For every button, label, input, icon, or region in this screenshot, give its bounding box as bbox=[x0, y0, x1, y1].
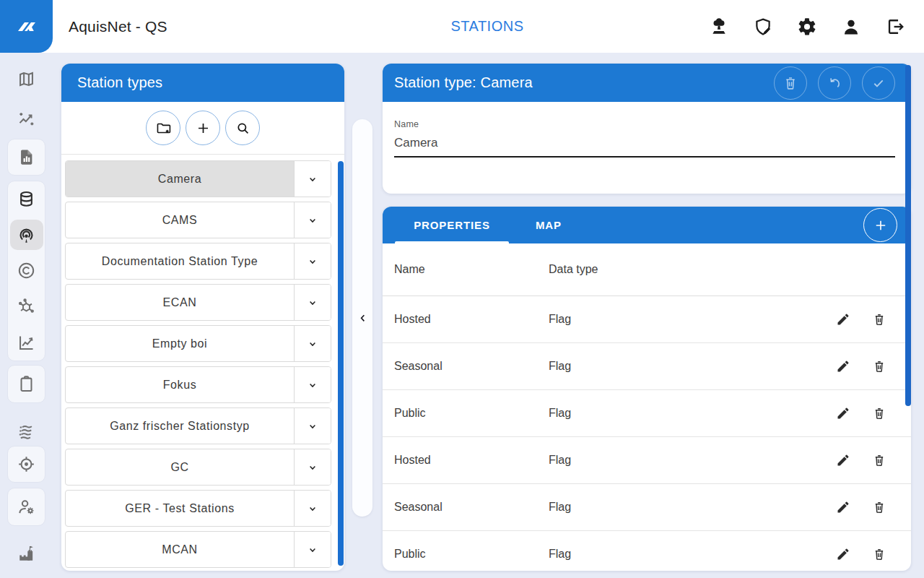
expand-button[interactable] bbox=[294, 243, 331, 279]
station-type-item: Empty boi bbox=[65, 325, 331, 362]
folder-plus-icon bbox=[155, 120, 172, 137]
search-button[interactable] bbox=[225, 111, 260, 145]
chevron-down-icon bbox=[306, 214, 319, 227]
logo-k-icon bbox=[11, 11, 43, 43]
settings-icon[interactable] bbox=[797, 17, 817, 37]
property-name: Hosted bbox=[383, 313, 549, 326]
station-type-label[interactable]: Ganz frischer Stationstyp bbox=[66, 408, 294, 444]
chevron-left-icon bbox=[357, 311, 368, 325]
station-type-item: CAMS bbox=[65, 202, 331, 238]
top-bar: AquisNet - QS STATIONS bbox=[0, 0, 924, 53]
delete-property-icon[interactable] bbox=[872, 500, 886, 514]
expand-button[interactable] bbox=[294, 326, 331, 361]
properties-table: Name Data type Hosted Flag Seasonal Flag… bbox=[383, 243, 911, 571]
broadcast-nav-slot[interactable] bbox=[8, 217, 45, 254]
shield-edit-icon[interactable] bbox=[753, 17, 773, 37]
edit-property-icon[interactable] bbox=[836, 500, 850, 514]
delete-property-icon[interactable] bbox=[872, 359, 886, 374]
user-icon[interactable] bbox=[841, 17, 861, 37]
edit-property-icon[interactable] bbox=[836, 406, 850, 420]
tab-map[interactable]: MAP bbox=[509, 207, 588, 243]
delete-property-icon[interactable] bbox=[872, 453, 886, 467]
properties-table-header: Name Data type bbox=[383, 243, 911, 296]
stations-icon[interactable] bbox=[709, 17, 729, 37]
user-settings-icon[interactable] bbox=[8, 488, 45, 525]
expand-button[interactable] bbox=[294, 285, 331, 320]
edit-property-icon[interactable] bbox=[836, 453, 850, 467]
map-icon[interactable] bbox=[7, 61, 45, 97]
expand-button[interactable] bbox=[294, 202, 331, 238]
add-station-type-button[interactable] bbox=[186, 111, 220, 145]
property-row-actions bbox=[836, 359, 911, 374]
logbook-icon[interactable] bbox=[7, 413, 45, 449]
line-chart-icon[interactable] bbox=[8, 324, 45, 361]
station-type-label[interactable]: Documentation Station Type bbox=[66, 243, 294, 279]
property-row: Seasonal Flag bbox=[383, 343, 911, 390]
station-nav-group bbox=[7, 181, 45, 361]
database-icon[interactable] bbox=[8, 181, 45, 217]
properties-card: PROPERTIES MAP Name Data type Hosted Fla… bbox=[383, 207, 911, 571]
station-type-label[interactable]: GC bbox=[66, 449, 294, 485]
active-tab-indicator bbox=[395, 241, 509, 243]
logout-icon[interactable] bbox=[885, 17, 905, 37]
app-title: AquisNet - QS bbox=[69, 0, 167, 53]
property-name: Seasonal bbox=[383, 501, 549, 514]
collapse-panel-handle[interactable] bbox=[352, 119, 372, 517]
station-list-scrollbar[interactable] bbox=[338, 161, 344, 566]
undo-button[interactable] bbox=[818, 66, 851, 100]
station-type-item: Fokus bbox=[65, 366, 331, 403]
property-row-actions bbox=[836, 500, 911, 514]
detail-header: Station type: Camera bbox=[383, 64, 911, 102]
station-type-item: Camera bbox=[65, 160, 331, 197]
tab-properties[interactable]: PROPERTIES bbox=[395, 207, 509, 243]
target-icon[interactable] bbox=[8, 447, 45, 482]
report-icon[interactable] bbox=[8, 139, 45, 175]
add-property-button[interactable] bbox=[863, 208, 897, 242]
plus-icon bbox=[873, 217, 889, 233]
detail-scrollbar[interactable] bbox=[905, 65, 911, 406]
station-type-label[interactable]: Fokus bbox=[66, 367, 294, 402]
edit-property-icon[interactable] bbox=[836, 547, 850, 561]
plus-icon bbox=[195, 120, 212, 137]
castle-icon[interactable] bbox=[7, 535, 45, 571]
station-type-label[interactable]: ECAN bbox=[66, 285, 294, 320]
trend-sparkle-icon[interactable] bbox=[7, 100, 45, 137]
clipboard-nav-box[interactable] bbox=[7, 365, 45, 403]
name-input[interactable]: Camera bbox=[394, 136, 895, 158]
undo-icon bbox=[827, 75, 842, 91]
delete-property-icon[interactable] bbox=[872, 547, 886, 561]
edit-property-icon[interactable] bbox=[836, 312, 850, 327]
station-type-list: Camera CAMS Documentation Station Type E… bbox=[61, 155, 344, 568]
edit-property-icon[interactable] bbox=[836, 359, 850, 374]
confirm-button[interactable] bbox=[862, 66, 895, 100]
clipboard-icon[interactable] bbox=[8, 366, 45, 402]
property-row: Seasonal Flag bbox=[383, 484, 911, 531]
station-type-label[interactable]: GER - Test Stations bbox=[66, 491, 294, 526]
report-nav-box[interactable] bbox=[7, 139, 45, 176]
expand-button[interactable] bbox=[294, 532, 331, 567]
add-folder-button[interactable] bbox=[146, 111, 180, 145]
station-type-label[interactable]: MCAN bbox=[66, 532, 294, 567]
molecule-icon[interactable] bbox=[8, 289, 45, 325]
expand-button[interactable] bbox=[294, 408, 331, 444]
target-nav-box[interactable] bbox=[7, 446, 45, 483]
copyright-icon[interactable] bbox=[8, 253, 45, 289]
delete-button[interactable] bbox=[774, 66, 807, 100]
broadcast-icon[interactable] bbox=[10, 220, 43, 250]
expand-button[interactable] bbox=[294, 161, 331, 197]
user-settings-nav-box[interactable] bbox=[7, 488, 45, 526]
delete-property-icon[interactable] bbox=[872, 312, 886, 327]
property-name: Hosted bbox=[383, 454, 549, 467]
station-type-label[interactable]: Camera bbox=[66, 161, 294, 197]
chevron-down-icon bbox=[306, 255, 319, 268]
delete-property-icon[interactable] bbox=[872, 406, 886, 420]
expand-button[interactable] bbox=[294, 367, 331, 402]
expand-button[interactable] bbox=[294, 491, 331, 526]
station-type-item: MCAN bbox=[65, 531, 331, 568]
chevron-down-icon bbox=[306, 502, 319, 515]
name-field-label: Name bbox=[394, 119, 895, 129]
expand-button[interactable] bbox=[294, 449, 331, 485]
station-type-label[interactable]: CAMS bbox=[66, 202, 294, 238]
station-type-label[interactable]: Empty boi bbox=[66, 326, 294, 361]
property-row-actions bbox=[836, 453, 911, 467]
